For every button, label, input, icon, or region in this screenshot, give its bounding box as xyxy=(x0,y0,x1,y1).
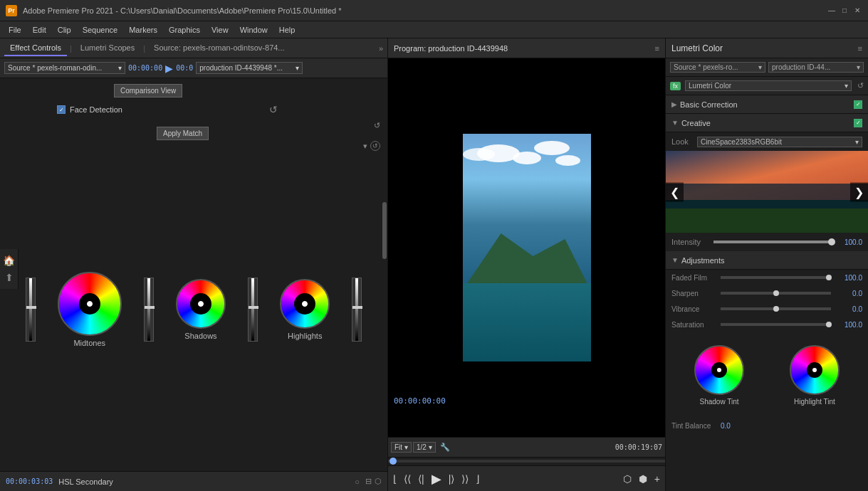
water xyxy=(463,283,591,361)
middle-slider xyxy=(144,278,154,342)
menu-clip[interactable]: Clip xyxy=(52,24,77,36)
step-fwd-btn[interactable]: |⟩ xyxy=(446,472,457,486)
step-back-btn[interactable]: ⟨| xyxy=(416,472,427,486)
menu-view[interactable]: View xyxy=(206,24,234,36)
face-detection-checkbox[interactable]: ✓ xyxy=(57,105,66,114)
highlights-wheel-container: Highlights xyxy=(280,279,330,340)
source-dropdown-icon: ▾ xyxy=(118,64,122,72)
shadows-wheel[interactable] xyxy=(176,279,226,329)
mark-out-btn[interactable]: ⌋ xyxy=(474,472,481,486)
lumetri-menu-icon[interactable]: ≡ xyxy=(858,44,862,53)
basic-correction-checkbox[interactable]: ✓ xyxy=(854,100,862,109)
highlight-tint-wheel[interactable] xyxy=(790,345,840,395)
faded-film-handle[interactable] xyxy=(826,275,832,280)
overwrite-btn[interactable]: ⬢ xyxy=(637,472,649,486)
monitor-menu-icon[interactable]: ≡ xyxy=(655,44,659,53)
right-v-slider[interactable] xyxy=(352,278,362,342)
home-icon[interactable]: 🏠 xyxy=(3,255,15,266)
creative-checkbox[interactable]: ✓ xyxy=(854,119,862,127)
add-btn[interactable]: + xyxy=(652,472,662,486)
scroll-thumb[interactable] xyxy=(382,202,387,259)
mini-scrubber[interactable] xyxy=(388,457,665,465)
check-icon2: ✓ xyxy=(856,120,861,126)
shadows-v-slider[interactable] xyxy=(144,278,154,342)
production-selector[interactable]: production ID-4439948 *... ▾ xyxy=(196,62,303,74)
saturation-handle[interactable] xyxy=(826,322,832,327)
look-dropdown[interactable]: CineSpace2383sRGB6bit ▾ xyxy=(697,137,862,147)
reset-icon[interactable]: ↺ xyxy=(269,104,278,115)
creative-header[interactable]: ▼ Creative ✓ xyxy=(666,114,868,132)
midtones-v-slider[interactable] xyxy=(26,278,36,342)
preview-next-button[interactable]: ❯ xyxy=(850,182,868,201)
menu-edit[interactable]: Edit xyxy=(27,24,52,36)
saturation-value: 100.0 xyxy=(834,321,862,329)
faded-film-label: Faded Film xyxy=(671,274,718,282)
menu-help[interactable]: Help xyxy=(273,24,301,36)
highlights-slider-handle[interactable] xyxy=(249,306,258,309)
adjustments-header[interactable]: ▼ Adjustments xyxy=(666,251,868,270)
basic-correction-header[interactable]: ▶ Basic Correction ✓ xyxy=(666,95,868,114)
source-selector[interactable]: Source * pexels-roman-odin... ▾ xyxy=(4,62,125,74)
menu-markers[interactable]: Markers xyxy=(123,24,163,36)
fx-reset-icon[interactable]: ↺ xyxy=(857,81,864,90)
close-button[interactable]: ✕ xyxy=(852,6,862,16)
tab-separator2: | xyxy=(143,44,145,53)
hsl-expand-icon[interactable]: ⊟ xyxy=(365,477,372,486)
lumetri-source-selector[interactable]: Source * pexels-ro... ▾ xyxy=(670,62,765,73)
menu-graphics[interactable]: Graphics xyxy=(163,24,206,36)
sharpen-slider[interactable] xyxy=(721,292,831,295)
midtones-slider-handle[interactable] xyxy=(26,306,36,309)
resolution-select[interactable]: 1/2 ▾ xyxy=(413,442,436,453)
highlights-dot[interactable] xyxy=(302,301,308,307)
menu-window[interactable]: Window xyxy=(234,24,273,36)
hsl-save-icon[interactable]: ⬡ xyxy=(375,477,382,486)
menu-sequence[interactable]: Sequence xyxy=(77,24,124,36)
hsl-options-icon[interactable]: ○ xyxy=(355,477,360,486)
highlights-wheel[interactable] xyxy=(280,279,330,329)
midtones-wheel[interactable] xyxy=(58,272,122,336)
wrench-icon[interactable]: 🔧 xyxy=(437,443,453,452)
highlights-v-slider[interactable] xyxy=(248,278,258,342)
play-btn[interactable]: ▶ xyxy=(429,470,444,488)
mark-in-btn[interactable]: ⌊ xyxy=(391,472,399,486)
tab-source[interactable]: Source: pexels-roman-odintsov-874... xyxy=(148,41,290,56)
fx-dropdown[interactable]: Lumetri Color ▾ xyxy=(685,80,852,91)
intensity-value: 100.0 xyxy=(837,238,862,246)
shadows-dot[interactable] xyxy=(198,301,204,307)
saturation-slider[interactable] xyxy=(721,323,831,326)
lumetri-production-selector[interactable]: production ID-44... ▾ xyxy=(768,62,864,73)
faded-film-slider[interactable] xyxy=(721,276,831,279)
vibrance-slider[interactable] xyxy=(721,307,831,310)
intensity-slider[interactable] xyxy=(713,241,835,243)
panel-expand-icon[interactable]: » xyxy=(379,44,383,53)
play-button[interactable]: ▶ xyxy=(165,63,173,74)
adjustments-section: Faded Film 100.0 Sharpen 0.0 Vibrance 0.… xyxy=(666,270,868,491)
look-row: Look CineSpace2383sRGB6bit ▾ xyxy=(666,132,868,151)
right-slider-handle[interactable] xyxy=(352,306,362,309)
fit-select[interactable]: Fit ▾ xyxy=(391,442,412,453)
preview-prev-button[interactable]: ❮ xyxy=(666,182,684,201)
intensity-handle[interactable] xyxy=(828,238,835,246)
midtones-dot[interactable] xyxy=(87,301,93,307)
minimize-button[interactable]: — xyxy=(827,6,837,16)
menu-file[interactable]: File xyxy=(3,24,27,36)
tab-effect-controls[interactable]: Effect Controls xyxy=(4,41,67,56)
tab-lumetri-scopes[interactable]: Lumetri Scopes xyxy=(75,41,140,56)
scrubber-playhead[interactable] xyxy=(389,458,397,465)
lumetri-color-panel: Lumetri Color ≡ Source * pexels-ro... ▾ … xyxy=(666,38,868,491)
shadows-slider-handle[interactable] xyxy=(145,306,155,309)
go-next-btn[interactable]: ⟩⟩ xyxy=(459,472,471,486)
reset-button[interactable]: ↺ xyxy=(374,121,380,130)
insert-btn[interactable]: ⬡ xyxy=(621,472,634,486)
go-prev-btn[interactable]: ⟨⟨ xyxy=(402,472,413,486)
sharpen-handle[interactable] xyxy=(773,290,779,296)
shadow-tint-wheel[interactable] xyxy=(694,345,744,395)
apply-match-button[interactable]: Apply Match xyxy=(157,127,209,140)
mountain xyxy=(463,233,591,290)
vibrance-handle[interactable] xyxy=(773,306,779,312)
titlebar: Pr Adobe Premiere Pro 2021 - C:\Users\Da… xyxy=(0,0,868,21)
comparison-view-button[interactable]: Comparison View xyxy=(114,84,182,97)
export-icon[interactable]: ⬆ xyxy=(5,272,14,283)
maximize-button[interactable]: □ xyxy=(840,6,849,16)
transport-bar: ⌊ ⟨⟨ ⟨| ▶ |⟩ ⟩⟩ ⌋ ⬡ ⬢ + xyxy=(388,465,665,491)
